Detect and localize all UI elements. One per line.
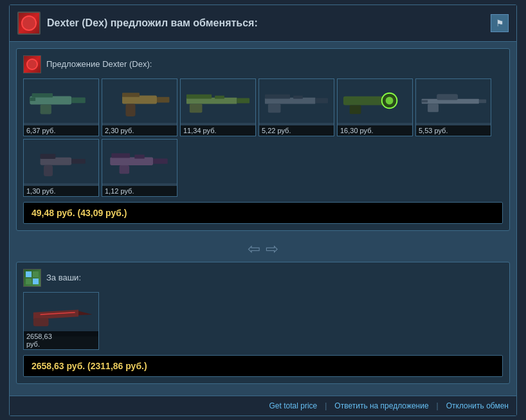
item-image-0 [24,79,98,123]
svg-rect-12 [186,95,212,99]
svg-rect-13 [215,96,224,99]
svg-rect-32 [110,157,153,165]
svg-rect-33 [153,158,168,163]
your-total: 2658,63 руб. (2311,86 руб.) [23,355,503,377]
svg-rect-31 [41,154,56,159]
dexter-items-grid: 6,37 руб. 2,30 руб. 11,34 руб. [23,78,503,197]
dexter-section: Предложение Dexter (Dex): 6,37 руб. 2,30… [16,48,510,231]
svg-rect-16 [268,104,281,113]
svg-rect-25 [428,104,439,112]
item-image-3 [259,79,334,123]
footer-sep-2: | [437,401,439,410]
svg-rect-10 [237,98,249,104]
dexter-section-title: Предложение Dexter (Dex): [46,59,152,69]
svg-rect-27 [422,100,428,103]
svg-rect-24 [479,100,486,104]
dexter-item-4[interactable]: 16,30 руб. [337,78,413,136]
trade-body: Предложение Dexter (Dex): 6,37 руб. 2,30… [10,42,516,396]
svg-rect-3 [32,93,53,97]
svg-rect-26 [437,94,458,100]
your-item-0[interactable]: 2658,63 руб. [23,292,99,350]
svg-point-22 [386,96,394,104]
svg-rect-11 [190,104,203,113]
svg-rect-29 [71,159,86,164]
decline-link[interactable]: Отклонить обмен [446,401,509,410]
arrow-left-icon: ⇦ [248,240,260,258]
item-price-3: 5,22 руб. [259,125,334,136]
svg-rect-1 [71,97,86,103]
svg-rect-7 [125,104,135,116]
get-total-price-link[interactable]: Get total price [269,401,318,410]
dexter-item-6[interactable]: 1,30 руб. [23,139,99,197]
footer-sep-1: | [325,401,327,410]
svg-rect-34 [120,165,129,174]
svg-rect-36 [134,154,144,158]
item-image-7 [102,140,177,183]
svg-rect-6 [157,97,169,103]
footer-links: Get total price | Ответить на предложени… [10,396,516,415]
item-price-7: 1,12 руб. [102,186,177,196]
svg-rect-30 [44,165,53,176]
svg-rect-15 [315,98,328,104]
dexter-item-0[interactable]: 6,37 руб. [23,78,99,136]
your-section-header: За ваши: [23,269,503,287]
item-image-2 [181,79,255,123]
flag-button[interactable]: ⚑ [491,14,509,32]
item-image-5 [416,79,491,123]
item-price-6: 1,30 руб. [24,186,98,196]
dexter-total: 49,48 руб. (43,09 руб.) [23,202,503,224]
svg-marker-37 [33,309,78,319]
your-section-title: За ваши: [46,273,81,282]
dexter-item-2[interactable]: 11,34 руб. [180,78,256,136]
svg-rect-18 [293,96,303,99]
your-section: За ваши: 2658,63 руб. 2658,63 руб. (2311… [16,262,510,384]
svg-rect-21 [350,105,361,114]
item-image-1 [102,79,177,123]
avatar [17,12,41,35]
dexter-item-1[interactable]: 2,30 руб. [102,78,177,136]
dexter-item-5[interactable]: 5,53 руб. [415,78,491,136]
your-items-grid: 2658,63 руб. [23,292,503,350]
dexter-item-7[interactable]: 1,12 руб. [102,139,177,197]
svg-rect-39 [33,318,49,326]
your-avatar [23,269,41,287]
trade-window: Dexter (Dex) предложил вам обменяться: ⚑… [9,5,517,416]
svg-rect-8 [122,93,140,96]
svg-rect-17 [265,95,290,99]
your-item-image-0 [24,293,98,336]
svg-rect-2 [41,104,51,114]
arrows-area: ⇦ ⇨ [16,236,510,262]
dexter-section-header: Предложение Dexter (Dex): [23,55,503,73]
arrow-right-icon: ⇨ [266,240,278,258]
item-price-1: 2,30 руб. [102,125,177,136]
svg-rect-35 [111,153,130,158]
item-price-4: 16,30 руб. [338,125,412,136]
item-price-5: 5,53 руб. [416,125,491,136]
item-price-0: 6,37 руб. [24,125,98,136]
svg-marker-38 [78,311,93,315]
trade-header: Dexter (Dex) предложил вам обменяться: ⚑ [10,5,516,42]
your-item-price-0: 2658,63 руб. [24,331,98,349]
reply-link[interactable]: Ответить на предложение [334,401,428,410]
item-price-2: 11,34 руб. [181,125,255,136]
trade-title: Dexter (Dex) предложил вам обменяться: [47,17,258,29]
svg-rect-4 [30,97,35,100]
item-image-6 [24,140,98,183]
item-image-4 [338,79,412,123]
dexter-item-3[interactable]: 5,22 руб. [258,78,334,136]
svg-rect-19 [343,96,388,105]
dexter-avatar [23,55,41,73]
